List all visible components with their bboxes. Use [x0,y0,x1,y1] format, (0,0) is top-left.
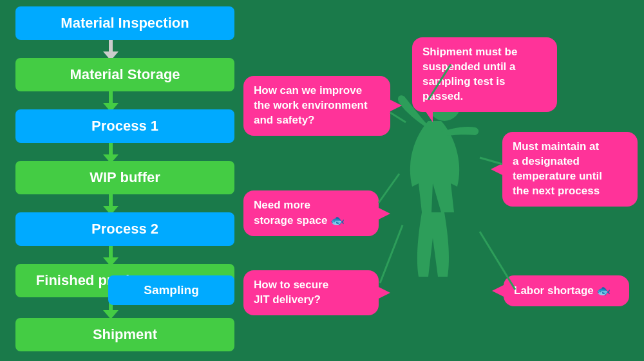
bubble-labor: Labor shortage 🐟 [504,275,629,306]
flow-box-material-storage: Material Storage [15,58,234,91]
bubble-shipment-test: Shipment must besuspended until asamplin… [412,37,557,112]
bubble-temperature: Must maintain ata designatedtemperature … [502,132,638,207]
bubble-work-env: How can we improvethe work environmentan… [243,76,390,136]
flow-box-shipment: Shipment [15,318,234,351]
bubble-labor-text: Labor shortage 🐟 [514,284,611,297]
flow-box-sampling: Sampling [108,275,234,305]
bubble-storage-space: Need morestorage space 🐟 [243,190,379,236]
label-sampling: Sampling [144,283,199,297]
flow-box-material-inspection: Material Inspection [15,6,234,40]
label-material-storage: Material Storage [70,66,180,83]
label-material-inspection: Material Inspection [61,15,189,32]
label-process1: Process 1 [91,118,158,134]
flow-box-wip-buffer: WIP buffer [15,161,234,194]
bubble-shipment-test-text: Shipment must besuspended until asamplin… [422,46,517,102]
bubble-temperature-text: Must maintain ata designatedtemperature … [513,140,602,197]
bubble-storage-space-text: Need morestorage space 🐟 [254,199,345,227]
bubble-work-env-text: How can we improvethe work environmentan… [254,84,368,126]
flow-box-process1: Process 1 [15,109,234,143]
label-wip-buffer: WIP buffer [90,169,160,186]
label-process2: Process 2 [91,221,158,237]
bubble-jit-text: How to secureJIT delivery? [254,279,328,306]
flow-box-process2: Process 2 [15,212,234,246]
bubble-jit: How to secureJIT delivery? [243,270,379,315]
label-shipment: Shipment [93,326,157,343]
